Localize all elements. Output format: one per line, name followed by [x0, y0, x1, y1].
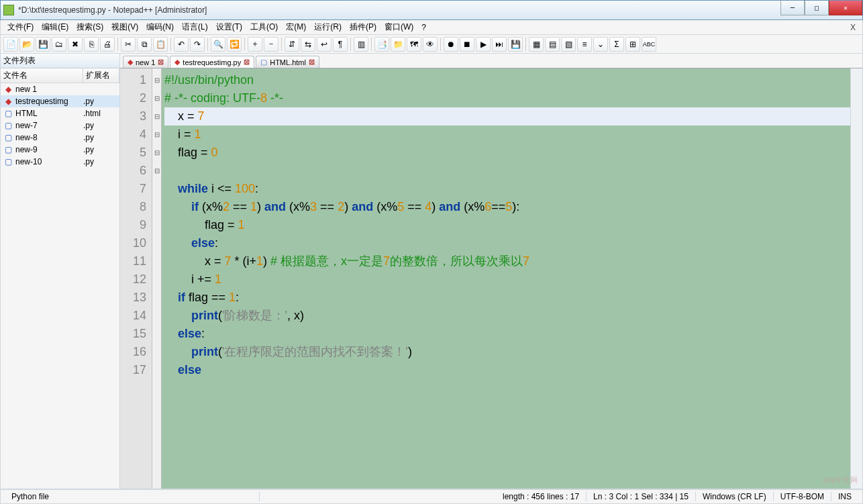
fold-toggle[interactable]: ⊟	[152, 125, 161, 144]
maximize-button[interactable]: □	[805, 1, 829, 15]
file-list-item[interactable]: ◆new 1	[1, 83, 119, 95]
menu-macro[interactable]: 宏(M)	[282, 20, 310, 34]
menu-encoding[interactable]: 编码(N)	[142, 20, 178, 34]
fold-toggle[interactable]: ⊟	[152, 89, 161, 107]
wrap-icon[interactable]: ↩	[317, 37, 332, 52]
func-list-icon[interactable]: 📑	[374, 37, 389, 52]
code-line[interactable]: #!/usr/bin/python	[164, 71, 850, 89]
menu-file[interactable]: 文件(F)	[3, 20, 38, 34]
close-all-icon[interactable]: ⎘	[84, 37, 99, 52]
code-editor[interactable]: 1234567891011121314151617 ⊟⊟⊟⊟⊟⊟ #!/usr/…	[120, 68, 862, 489]
menu-window[interactable]: 窗口(W)	[380, 20, 417, 34]
misc5-icon[interactable]: ⌄	[593, 37, 608, 52]
misc7-icon[interactable]: ⊞	[625, 37, 640, 52]
code-line[interactable]: print('阶梯数是：', x)	[164, 307, 850, 325]
file-list-item[interactable]: ◆testrequestimg.py	[1, 95, 119, 107]
code-source[interactable]: #!/usr/bin/python# -*- coding: UTF-8 -*-…	[162, 68, 850, 489]
minimize-button[interactable]: ─	[780, 1, 805, 15]
menu-settings[interactable]: 设置(T)	[212, 20, 246, 34]
code-line[interactable]: print('在程序限定的范围内找不到答案！')	[164, 343, 850, 361]
menu-run[interactable]: 运行(R)	[310, 20, 346, 34]
code-line[interactable]	[164, 162, 850, 180]
save-icon[interactable]: 💾	[36, 37, 50, 52]
code-line[interactable]: else	[164, 361, 850, 379]
sync-h-icon[interactable]: ⇆	[301, 37, 315, 52]
doc-map-icon[interactable]: 🗺	[407, 37, 421, 52]
fold-toggle[interactable]: ⊟	[152, 71, 161, 89]
fold-toggle[interactable]: ⊟	[152, 107, 161, 125]
file-list-header: 文件列表	[1, 54, 119, 68]
copy-icon[interactable]: ⧉	[137, 37, 152, 52]
paste-icon[interactable]: 📋	[153, 37, 168, 52]
cut-icon[interactable]: ✂	[121, 37, 136, 52]
find-icon[interactable]: 🔍	[211, 37, 225, 52]
file-list-item[interactable]: ▢new-10.py	[1, 156, 119, 168]
menu-tools[interactable]: 工具(O)	[246, 20, 282, 34]
misc2-icon[interactable]: ▤	[545, 37, 560, 52]
open-file-icon[interactable]: 📂	[19, 37, 34, 52]
status-enc[interactable]: UTF-8-BOM	[774, 492, 831, 501]
code-line[interactable]: x = 7	[164, 107, 850, 125]
zoom-out-icon[interactable]: －	[264, 37, 278, 52]
print-icon[interactable]: 🖨	[100, 37, 115, 52]
tab-close-icon[interactable]: ⊠	[158, 58, 164, 66]
code-line[interactable]: i = 1	[164, 125, 850, 144]
new-file-icon[interactable]: 📄	[3, 37, 18, 52]
spell-icon[interactable]: ABC	[642, 37, 656, 52]
play-macro-icon[interactable]: ▶	[476, 37, 491, 52]
col-ext[interactable]: 扩展名	[83, 68, 119, 83]
menu-search[interactable]: 搜索(S)	[72, 20, 107, 34]
file-list-item[interactable]: ▢new-9.py	[1, 144, 119, 156]
code-line[interactable]: while i <= 100:	[164, 180, 850, 198]
play-multi-icon[interactable]: ⏭	[492, 37, 507, 52]
file-list-item[interactable]: ▢new-7.py	[1, 119, 119, 132]
vertical-scrollbar[interactable]	[850, 68, 862, 489]
fold-toggle[interactable]: ⊟	[152, 144, 161, 162]
code-line[interactable]: if flag == 1:	[164, 289, 850, 307]
file-list-item[interactable]: ▢new-8.py	[1, 132, 119, 144]
editor-tab[interactable]: ◆new 1⊠	[123, 56, 168, 68]
editor-tab[interactable]: ▢HTML.html⊠	[256, 56, 319, 68]
code-line[interactable]: x = 7 * (i+1) # 根据题意，x一定是7的整数倍，所以每次乘以7	[164, 252, 850, 270]
menu-view[interactable]: 视图(V)	[107, 20, 142, 34]
sync-v-icon[interactable]: ⇵	[285, 37, 299, 52]
undo-icon[interactable]: ↶	[174, 37, 189, 52]
menu-help[interactable]: ?	[417, 21, 430, 34]
close-file-icon[interactable]: ✖	[68, 37, 83, 52]
stop-macro-icon[interactable]: ⏹	[460, 37, 474, 52]
record-macro-icon[interactable]: ⏺	[444, 37, 458, 52]
save-all-icon[interactable]: 🗂	[52, 37, 66, 52]
col-name[interactable]: 文件名	[1, 68, 83, 83]
save-macro-icon[interactable]: 💾	[508, 37, 523, 52]
fold-toggle[interactable]: ⊟	[152, 162, 161, 180]
code-line[interactable]: flag = 1	[164, 216, 850, 234]
menu-edit[interactable]: 编辑(E)	[38, 20, 72, 34]
monitor-icon[interactable]: 👁	[423, 37, 438, 52]
tab-close-icon[interactable]: ⊠	[244, 58, 250, 66]
editor-tab[interactable]: ◆testrequestimg.py⊠	[170, 56, 254, 68]
file-list-item[interactable]: ▢HTML.html	[1, 107, 119, 119]
replace-icon[interactable]: 🔁	[227, 37, 242, 52]
code-line[interactable]: i += 1	[164, 270, 850, 289]
misc3-icon[interactable]: ▧	[561, 37, 576, 52]
misc4-icon[interactable]: ≡	[577, 37, 592, 52]
status-mode[interactable]: INS	[831, 492, 858, 501]
indent-guide-icon[interactable]: ▥	[354, 37, 368, 52]
code-line[interactable]: flag = 0	[164, 144, 850, 162]
menu-plugins[interactable]: 插件(P)	[346, 20, 380, 34]
menu-panel-close[interactable]: X	[846, 21, 860, 34]
code-line[interactable]: else:	[164, 325, 850, 343]
zoom-in-icon[interactable]: ＋	[248, 37, 262, 52]
code-line[interactable]: else:	[164, 234, 850, 252]
misc1-icon[interactable]: ▦	[529, 37, 544, 52]
close-button[interactable]: ✕	[829, 1, 862, 15]
status-eol[interactable]: Windows (CR LF)	[696, 492, 774, 501]
code-line[interactable]: # -*- coding: UTF-8 -*-	[164, 89, 850, 107]
menu-language[interactable]: 语言(L)	[178, 20, 212, 34]
code-line[interactable]: if (x%2 == 1) and (x%3 == 2) and (x%5 ==…	[164, 198, 850, 216]
folder-view-icon[interactable]: 📁	[391, 37, 405, 52]
misc6-icon[interactable]: Σ	[609, 37, 624, 52]
tab-close-icon[interactable]: ⊠	[309, 58, 315, 66]
redo-icon[interactable]: ↷	[190, 37, 205, 52]
show-all-icon[interactable]: ¶	[333, 37, 348, 52]
